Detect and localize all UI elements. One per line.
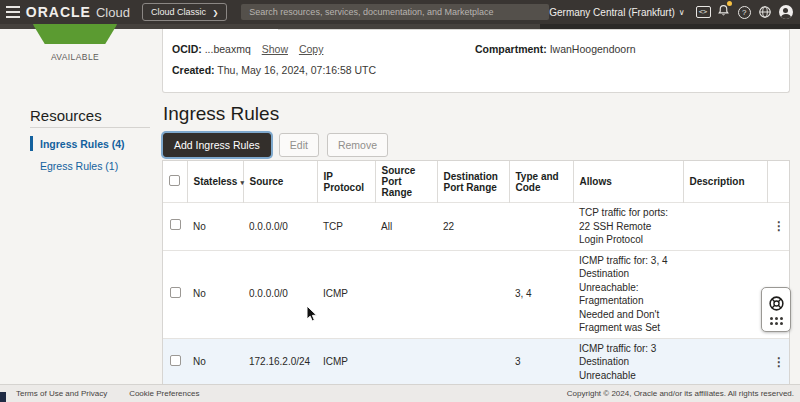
user-menu-button[interactable] — [775, 5, 796, 19]
cell-src-port — [375, 250, 437, 338]
col-type-and-code: Type and Code — [509, 161, 573, 203]
ingress-rules-table: Stateless▾ Source IP Protocol Source Por… — [163, 161, 789, 402]
row-actions-kebab-icon[interactable]: ⋮ — [767, 203, 789, 251]
col-allows: Allows — [573, 161, 683, 203]
cell-stateless: No — [187, 203, 243, 251]
col-destination-port-range: Destination Port Range — [437, 161, 509, 203]
table-row: No 0.0.0.0/0 ICMP 3, 4 ICMP traffic for:… — [163, 250, 789, 338]
cell-type-code — [509, 203, 573, 251]
compartment-label: Compartment: — [475, 43, 547, 55]
notification-dot — [727, 1, 732, 6]
row-checkbox[interactable] — [170, 219, 181, 230]
globe-icon — [758, 5, 772, 19]
row-actions-kebab-icon[interactable]: ⋮ — [767, 338, 789, 386]
brand-cloud: Cloud — [96, 5, 130, 20]
cell-dst-port — [437, 250, 509, 338]
chevron-down-icon: ∨ — [679, 8, 685, 17]
region-selector[interactable]: Germany Central (Frankfurt) ∨ — [549, 7, 684, 18]
table-header-row: Stateless▾ Source IP Protocol Source Por… — [163, 161, 789, 203]
sidebar-item-ingress-rules[interactable]: Ingress Rules (4) — [40, 138, 125, 150]
row-checkbox[interactable] — [170, 287, 181, 298]
col-actions — [767, 161, 789, 203]
page-title: Ingress Rules — [163, 103, 279, 125]
cloud-classic-button[interactable]: Cloud Classic ❯ — [142, 3, 227, 21]
footer-corner-widget — [0, 392, 6, 402]
cell-type-code: 3, 4 — [509, 250, 573, 338]
active-item-accent — [30, 136, 33, 151]
cell-protocol: ICMP — [317, 250, 375, 338]
hamburger-menu-icon[interactable] — [0, 0, 26, 24]
cell-description — [683, 250, 767, 338]
table-row: No 0.0.0.0/0 TCP All 22 TCP traffic for … — [163, 203, 789, 251]
compartment-row: Compartment: IwanHoogendoorn — [475, 43, 636, 55]
cell-allows: ICMP traffic for: 3 Destination Unreacha… — [573, 338, 683, 386]
resources-title: Resources — [30, 107, 102, 124]
col-description: Description — [683, 161, 767, 203]
user-avatar-icon — [779, 5, 793, 19]
col-ip-protocol: IP Protocol — [317, 161, 375, 203]
help-button[interactable]: ? — [734, 6, 755, 19]
oracle-cloud-console: ORACLE Cloud Cloud Classic ❯ Search reso… — [0, 0, 800, 402]
row-checkbox[interactable] — [170, 355, 181, 366]
table-actions: Add Ingress Rules Edit Remove — [163, 133, 388, 157]
cell-description — [683, 338, 767, 386]
add-ingress-rules-button[interactable]: Add Ingress Rules — [163, 133, 271, 157]
brand-oracle: ORACLE — [26, 4, 91, 20]
bell-icon — [717, 3, 730, 21]
ingress-rules-table-panel: Stateless▾ Source IP Protocol Source Por… — [162, 160, 790, 402]
top-navigation-bar: ORACLE Cloud Cloud Classic ❯ Search reso… — [0, 0, 800, 24]
cell-source: 0.0.0.0/0 — [243, 203, 317, 251]
drag-handle-dots-icon[interactable] — [770, 317, 783, 325]
ocid-copy-link[interactable]: Copy — [299, 43, 324, 55]
details-panel-top-border — [278, 29, 790, 30]
created-row: Created: Thu, May 16, 2024, 07:16:58 UTC — [172, 64, 376, 76]
global-search-input[interactable]: Search resources, services, documentatio… — [241, 4, 549, 20]
ocid-value: ...beaxmq — [205, 43, 251, 55]
oracle-cloud-logo[interactable]: ORACLE Cloud — [26, 4, 130, 20]
cell-source: 0.0.0.0/0 — [243, 250, 317, 338]
remove-button[interactable]: Remove — [327, 133, 388, 157]
cell-type-code: 3 — [509, 338, 573, 386]
language-button[interactable] — [755, 5, 776, 19]
table-row-hovered: No 172.16.2.0/24 ICMP 3 ICMP traffic for… — [163, 338, 789, 386]
cookie-preferences-link[interactable]: Cookie Preferences — [129, 389, 199, 398]
cell-protocol: ICMP — [317, 338, 375, 386]
ocid-label: OCID: — [172, 43, 202, 55]
cell-src-port: All — [375, 203, 437, 251]
cloud-shell-button[interactable]: <> — [693, 6, 714, 18]
cell-protocol: TCP — [317, 203, 375, 251]
extension-overlay-widget[interactable] — [761, 287, 791, 332]
footer-bar: Terms of Use and Privacy Cookie Preferen… — [0, 384, 800, 402]
cell-dst-port: 22 — [437, 203, 509, 251]
cell-source: 172.16.2.0/24 — [243, 338, 317, 386]
cell-allows: TCP traffic for ports: 22 SSH Remote Log… — [573, 203, 683, 251]
col-source-port-range: Source Port Range — [375, 161, 437, 203]
copyright-text: Copyright © 2024, Oracle and/or its affi… — [567, 389, 794, 398]
compartment-value: IwanHoogendoorn — [550, 43, 636, 55]
code-console-icon: <> — [696, 6, 711, 18]
terms-link[interactable]: Terms of Use and Privacy — [16, 389, 107, 398]
edit-button[interactable]: Edit — [279, 133, 319, 157]
select-all-checkbox[interactable] — [169, 175, 180, 186]
cell-stateless: No — [187, 250, 243, 338]
search-placeholder: Search resources, services, documentatio… — [249, 7, 493, 17]
details-panel — [162, 29, 790, 93]
chevron-right-icon: ❯ — [212, 9, 218, 16]
ocid-show-link[interactable]: Show — [262, 43, 288, 55]
created-label: Created: — [172, 64, 215, 76]
sidebar-item-egress-rules[interactable]: Egress Rules (1) — [40, 160, 118, 172]
cell-stateless: No — [187, 338, 243, 386]
cell-description — [683, 203, 767, 251]
cell-allows: ICMP traffic for: 3, 4 Destination Unrea… — [573, 250, 683, 338]
capture-target-icon — [768, 295, 785, 312]
cell-dst-port — [437, 338, 509, 386]
sidebar-divider — [30, 127, 150, 128]
cell-src-port — [375, 338, 437, 386]
status-badge: AVAILABLE — [33, 52, 117, 62]
announcements-button[interactable] — [713, 3, 734, 21]
created-value: Thu, May 16, 2024, 07:16:58 UTC — [217, 64, 376, 76]
ocid-row: OCID: ...beaxmq Show Copy — [172, 43, 323, 55]
col-stateless[interactable]: Stateless▾ — [187, 161, 243, 203]
sort-desc-icon: ▾ — [240, 179, 244, 186]
status-hexagon-badge — [33, 24, 117, 44]
